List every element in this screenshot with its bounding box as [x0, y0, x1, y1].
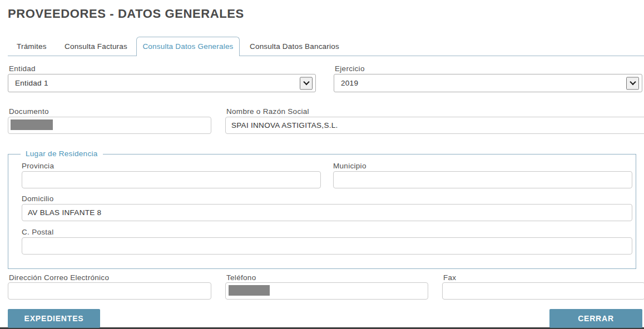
ejercicio-label: Ejercicio [335, 64, 365, 73]
nombre-razon-social-input[interactable] [225, 117, 644, 134]
ejercicio-select-value: 2019 [334, 79, 358, 87]
proveedores-window: PROVEEDORES - DATOS GENERALES Trámites C… [0, 0, 644, 329]
ejercicio-select[interactable]: 2019 [334, 74, 642, 92]
municipio-input[interactable] [333, 171, 632, 188]
domicilio-input[interactable] [22, 204, 632, 221]
tab-consulta-facturas[interactable]: Consulta Facturas [57, 37, 135, 56]
documento-redacted-block [11, 119, 53, 130]
tab-tramites[interactable]: Trámites [9, 37, 55, 56]
chevron-glyph [630, 79, 636, 85]
correo-electronico-input[interactable] [8, 282, 211, 300]
entidad-label: Entidad [9, 64, 36, 73]
telefono-label: Teléfono [226, 273, 256, 282]
tab-consulta-datos-generales[interactable]: Consulta Datos Generales [136, 37, 240, 56]
chevron-glyph [303, 79, 309, 85]
chevron-down-icon[interactable] [626, 77, 639, 89]
documento-label: Documento [9, 107, 49, 116]
fax-label: Fax [443, 273, 456, 282]
chevron-down-icon[interactable] [300, 77, 313, 89]
lugar-de-residencia-legend: Lugar de Residencia [21, 149, 103, 158]
codigo-postal-label: C. Postal [22, 228, 53, 236]
nombre-razon-social-label: Nombre o Razón Social [226, 107, 309, 116]
cerrar-button[interactable]: CERRAR [549, 309, 642, 328]
telefono-redacted-block [229, 285, 270, 296]
entidad-select-value: Entidad 1 [8, 79, 48, 87]
page-title: PROVEEDORES - DATOS GENERALES [8, 7, 244, 21]
correo-electronico-label: Dirección Correo Electrónico [9, 273, 109, 282]
entidad-select[interactable]: Entidad 1 [8, 74, 316, 92]
lugar-de-residencia-group: Lugar de Residencia Provincia Municipio … [8, 154, 636, 269]
codigo-postal-input[interactable] [22, 237, 632, 255]
provincia-input[interactable] [22, 171, 321, 188]
fax-input[interactable] [442, 282, 644, 300]
domicilio-label: Domicilio [22, 195, 53, 203]
provincia-label: Provincia [22, 162, 54, 170]
expedientes-button[interactable]: EXPEDIENTES [8, 309, 100, 328]
municipio-label: Municipio [333, 162, 366, 170]
tab-consulta-datos-bancarios[interactable]: Consulta Datos Bancarios [242, 37, 347, 56]
